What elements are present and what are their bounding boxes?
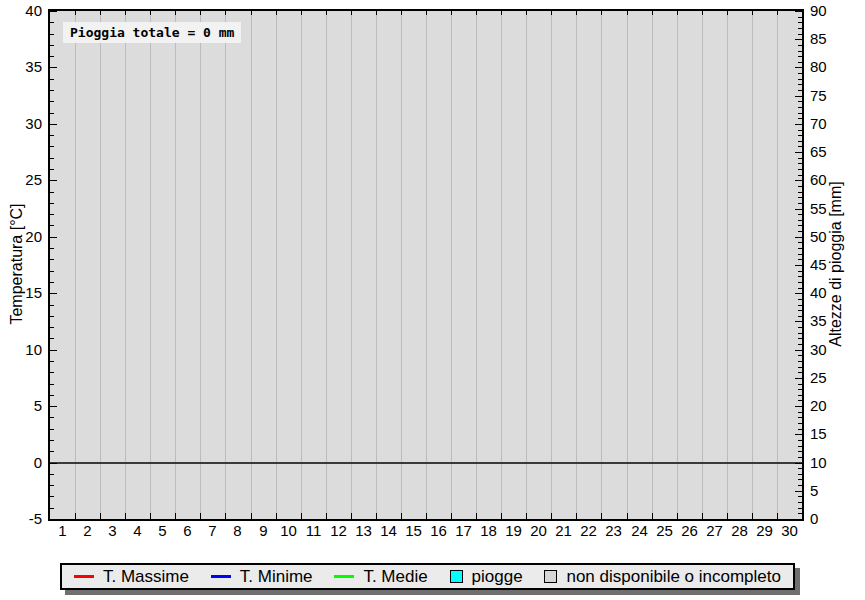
day-gridline <box>451 11 452 519</box>
day-gridline <box>576 11 577 519</box>
right-tick-label: 35 <box>810 313 854 329</box>
day-label: 21 <box>551 523 576 539</box>
x-axis-tick-top <box>376 11 377 15</box>
right-minor-tick <box>798 118 802 119</box>
legend-item-t-minime: T. Minime <box>211 567 313 587</box>
day-label: 28 <box>727 523 752 539</box>
day-gridline <box>125 11 126 519</box>
right-minor-tick <box>798 310 802 311</box>
left-minor-tick <box>50 169 54 170</box>
right-major-tick <box>795 11 802 12</box>
left-minor-tick <box>50 429 54 430</box>
x-axis-tick-top <box>75 11 76 15</box>
right-major-tick <box>795 180 802 181</box>
x-axis-tick-top <box>677 11 678 15</box>
left-tick-label: 40 <box>0 3 42 19</box>
left-tick-label: 25 <box>0 172 42 188</box>
x-axis-tick-top <box>601 11 602 15</box>
legend-box-swatch <box>450 570 463 583</box>
left-minor-tick <box>50 305 54 306</box>
x-axis-tick <box>75 513 76 519</box>
left-minor-tick <box>50 248 54 249</box>
right-tick-label: 60 <box>810 172 854 188</box>
x-axis-tick <box>200 513 201 519</box>
left-minor-tick <box>50 440 54 441</box>
left-minor-tick <box>50 271 54 272</box>
left-minor-tick <box>50 259 54 260</box>
right-minor-tick <box>798 395 802 396</box>
legend-label: T. Medie <box>363 567 427 587</box>
right-minor-tick <box>798 62 802 63</box>
left-minor-tick <box>50 316 54 317</box>
left-minor-tick <box>50 384 54 385</box>
day-label: 17 <box>451 523 476 539</box>
right-minor-tick <box>798 271 802 272</box>
left-minor-tick <box>50 214 54 215</box>
right-minor-tick <box>798 225 802 226</box>
left-major-tick <box>50 180 57 181</box>
day-gridline <box>777 11 778 519</box>
right-minor-tick <box>798 214 802 215</box>
legend-item-non-disponibile-o-incompleto: non disponibile o incompleto <box>544 567 781 587</box>
day-gridline <box>677 11 678 519</box>
left-major-tick <box>50 406 57 407</box>
day-label: 24 <box>627 523 652 539</box>
right-minor-tick <box>798 28 802 29</box>
left-minor-tick <box>50 135 54 136</box>
x-axis-tick <box>501 513 502 519</box>
left-major-tick <box>50 67 57 68</box>
right-tick-label: 5 <box>810 483 854 499</box>
x-axis-tick <box>301 513 302 519</box>
x-axis-tick <box>225 513 226 519</box>
right-minor-tick <box>798 141 802 142</box>
x-axis-tick-top <box>225 11 226 15</box>
right-minor-tick <box>798 84 802 85</box>
x-axis-tick-top <box>401 11 402 15</box>
right-minor-tick <box>798 158 802 159</box>
left-minor-tick <box>50 417 54 418</box>
left-minor-tick <box>50 113 54 114</box>
right-tick-label: 90 <box>810 3 854 19</box>
right-minor-tick <box>798 389 802 390</box>
x-axis-tick <box>551 513 552 519</box>
right-minor-tick <box>798 474 802 475</box>
right-minor-tick <box>798 446 802 447</box>
right-major-tick <box>795 519 802 520</box>
right-minor-tick <box>798 242 802 243</box>
x-axis-tick-top <box>326 11 327 15</box>
right-minor-tick <box>798 440 802 441</box>
right-minor-tick <box>798 231 802 232</box>
right-minor-tick <box>798 146 802 147</box>
right-minor-tick <box>798 22 802 23</box>
right-major-tick <box>795 67 802 68</box>
day-label: 12 <box>326 523 351 539</box>
x-axis-tick <box>451 513 452 519</box>
day-gridline <box>702 11 703 519</box>
right-minor-tick <box>798 56 802 57</box>
right-minor-tick <box>798 186 802 187</box>
day-label: 1 <box>50 523 75 539</box>
day-label: 5 <box>150 523 175 539</box>
left-axis-title: Temperatura [°C] <box>8 203 26 324</box>
right-minor-tick <box>798 51 802 52</box>
day-label: 20 <box>526 523 551 539</box>
right-tick-label: 30 <box>810 342 854 358</box>
day-gridline <box>426 11 427 519</box>
day-gridline <box>150 11 151 519</box>
right-major-tick <box>795 237 802 238</box>
right-minor-tick <box>798 305 802 306</box>
left-minor-tick <box>50 146 54 147</box>
x-axis-tick-top <box>702 11 703 15</box>
x-axis-tick-top <box>351 11 352 15</box>
right-minor-tick <box>798 451 802 452</box>
zero-degree-line <box>50 462 802 464</box>
right-minor-tick <box>798 248 802 249</box>
day-label: 27 <box>702 523 727 539</box>
day-label: 25 <box>652 523 677 539</box>
x-axis-tick-top <box>125 11 126 15</box>
right-major-tick <box>795 491 802 492</box>
day-label: 30 <box>777 523 802 539</box>
x-axis-tick-top <box>476 11 477 15</box>
plot-area: Pioggia totale = 0 mm <box>48 9 804 521</box>
right-minor-tick <box>798 485 802 486</box>
